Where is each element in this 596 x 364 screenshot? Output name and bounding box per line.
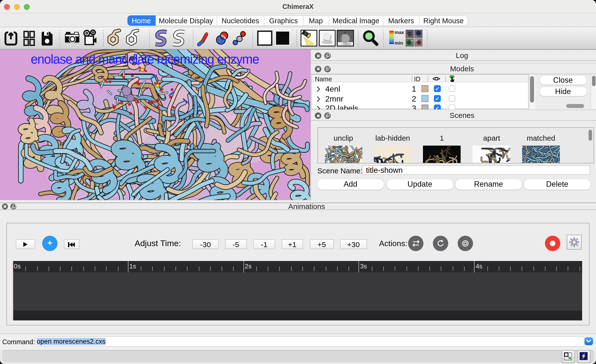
svg-text:max: max [395,30,404,35]
svg-text:enolase and mandelate racemizi: enolase and mandelate racemizing enzyme [31,52,259,66]
svg-text:min: min [395,40,403,46]
